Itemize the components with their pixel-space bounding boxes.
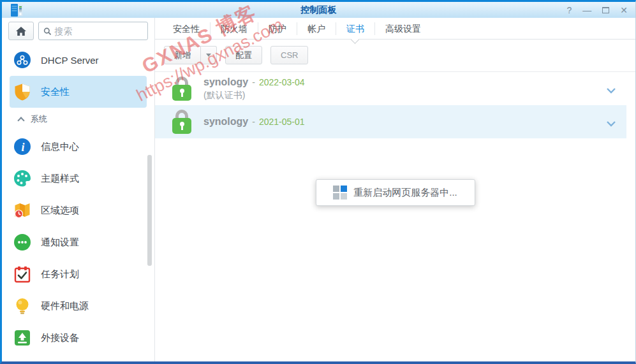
info-icon: i [13,138,31,156]
home-icon [15,26,27,36]
sidebar-scrollbar[interactable] [147,155,152,266]
csr-button[interactable]: CSR [270,46,308,64]
certificate-separator: - [252,117,255,127]
tab-firewall[interactable]: 防火墙 [210,22,258,35]
maximize-button[interactable] [602,6,609,15]
sidebar-item-label: 安全性 [41,86,70,98]
caret-down-icon [206,54,211,57]
certificate-row[interactable]: synology - 2022-03-04 (默认证书) [155,72,626,105]
sidebar-item-dhcp-server[interactable]: DHCP Server [10,44,147,76]
control-panel-app-icon [9,3,24,18]
security-shield-icon [13,83,31,101]
help-button[interactable]: ? [566,6,572,15]
sidebar-section-system[interactable]: 系统 [13,108,143,131]
control-panel-window: 控制面板 ? — ✕ [0,0,636,364]
sidebar-item-label: 区域选项 [41,205,79,217]
add-dropdown-button[interactable] [201,46,217,64]
sidebar-item-theme[interactable]: 主题样式 [10,163,147,194]
external-device-eject-icon [13,329,31,347]
section-label: 系统 [31,113,47,125]
task-scheduler-icon [13,265,31,283]
regional-map-clock-icon [13,201,31,219]
certificate-date: 2021-05-01 [259,117,305,127]
sidebar-item-info-center[interactable]: i 信息中心 [10,131,147,163]
certificate-row[interactable]: synology - 2021-05-01 [155,105,626,138]
sidebar-item-task-scheduler[interactable]: 任务计划 [10,258,147,290]
certificate-name: synology [203,76,248,88]
sidebar: DHCP Server 安全性 系统 i 信息中心 [2,18,155,361]
tab-label: 证书 [346,24,364,34]
search-input[interactable] [54,26,143,36]
toolbar: 新增 配置 CSR [155,40,635,72]
tab-label: 防火墙 [221,24,248,34]
sidebar-item-notification[interactable]: 通知设置 [10,226,147,258]
maximize-icon [602,7,609,13]
restart-webserver-toast: 重新启动网页服务器中... [316,179,475,206]
certificate-separator: - [252,77,255,87]
sidebar-item-label: 信息中心 [41,141,79,153]
add-split-button: 新增 [164,46,217,64]
sidebar-item-external-devices[interactable]: 外接设备 [10,322,147,354]
sidebar-item-label: 主题样式 [41,173,79,185]
sidebar-item-security[interactable]: 安全性 [10,76,147,108]
search-icon [43,27,51,36]
svg-text:i: i [21,141,24,154]
dhcp-server-icon [13,51,31,69]
certificate-date: 2022-03-04 [259,77,305,87]
collapse-chevron-icon [17,117,24,124]
notification-bubble-icon [13,233,31,251]
tab-label: 安全性 [173,24,200,34]
tab-certificate[interactable]: 证书 [336,22,374,35]
sidebar-item-label: DHCP Server [41,55,99,66]
tab-security[interactable]: 安全性 [163,22,210,35]
sidebar-item-label: 通知设置 [41,237,79,249]
tab-advanced[interactable]: 高级设置 [374,22,431,35]
expand-chevron-icon[interactable] [606,119,616,130]
sidebar-item-label: 硬件和电源 [41,300,89,312]
close-button[interactable]: ✕ [620,6,628,15]
sidebar-item-label: 任务计划 [41,268,79,280]
tab-label: 帐户 [307,24,325,34]
certificate-note: (默认证书) [203,90,305,101]
titlebar: 控制面板 ? — ✕ [2,2,635,18]
configure-button[interactable]: 配置 [225,46,262,64]
minimize-button[interactable]: — [582,6,591,15]
main-content: 安全性 防火墙 防护 帐户 证书 高级设置 新增 配置 CSR [155,18,635,361]
tab-account[interactable]: 帐户 [297,22,336,35]
loading-spinner-icon [333,186,347,200]
tab-bar: 安全性 防火墙 防护 帐户 证书 高级设置 [155,18,635,40]
certificate-name: synology [203,116,248,127]
lightbulb-icon [13,297,31,315]
certificate-list: synology - 2022-03-04 (默认证书) [155,72,626,138]
certificate-lock-icon [172,110,192,134]
expand-chevron-icon[interactable] [606,85,616,97]
home-button[interactable] [8,22,34,40]
add-button[interactable]: 新增 [164,46,201,64]
sidebar-item-label: 外接设备 [41,332,79,344]
tab-label: 防护 [269,24,286,34]
toast-message: 重新启动网页服务器中... [353,187,457,199]
search-box[interactable] [38,22,148,40]
theme-palette-icon [13,170,31,187]
sidebar-item-hardware-power[interactable]: 硬件和电源 [10,290,147,322]
tab-label: 高级设置 [385,24,421,34]
window-title: 控制面板 [2,4,635,16]
tab-protection[interactable]: 防护 [258,22,297,35]
certificate-lock-icon [172,76,192,101]
sidebar-item-regional-options[interactable]: 区域选项 [10,194,147,226]
